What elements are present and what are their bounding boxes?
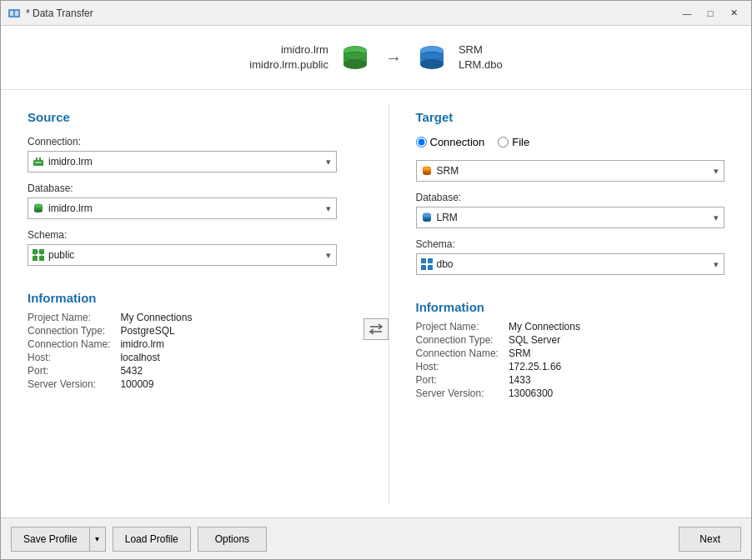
source-schema-label: Schema:	[28, 229, 337, 241]
source-schema-select[interactable]: public	[28, 244, 337, 266]
main-content: Source Connection: imidro.lrm Database:	[1, 90, 751, 518]
target-schema-select[interactable]: dbo	[416, 253, 725, 275]
info-value: 1433	[509, 374, 724, 386]
target-section-title: Target	[416, 110, 725, 124]
info-label: Port:	[28, 365, 110, 377]
info-value: 5432	[120, 365, 336, 377]
arrow-icon: →	[385, 48, 402, 68]
source-connection-label: Connection:	[28, 136, 337, 148]
target-connection-group: SRM	[416, 160, 725, 182]
source-connection-select[interactable]: imidro.lrm	[28, 151, 337, 172]
target-connection-value: SRM	[437, 165, 459, 177]
info-value: 172.25.1.66	[509, 361, 724, 372]
window-title: * Data Transfer	[26, 8, 676, 19]
target-database-group: Database: LRM	[416, 192, 725, 228]
source-info-table: Project Name:My ConnectionsConnection Ty…	[28, 312, 337, 390]
connection-radio-option[interactable]: Connection	[416, 136, 485, 148]
swap-arrows-icon	[368, 322, 384, 336]
info-label: Connection Name:	[28, 338, 110, 350]
source-info-title: Information	[28, 291, 337, 305]
footer-left: Save Profile ▾ Load Profile Options	[11, 527, 267, 552]
target-pane: Target Connection File	[389, 90, 752, 518]
source-pane: Source Connection: imidro.lrm Database:	[1, 90, 363, 518]
main-window: * Data Transfer — □ ✕ imidro.lrm imidro.…	[0, 0, 752, 560]
info-value: 13006300	[509, 388, 724, 399]
svg-rect-38	[421, 258, 426, 263]
svg-point-32	[423, 172, 431, 175]
svg-rect-23	[33, 249, 38, 254]
svg-rect-16	[36, 158, 38, 161]
load-profile-button[interactable]: Load Profile	[113, 527, 191, 552]
target-database-label: Database:	[416, 192, 725, 203]
footer: Save Profile ▾ Load Profile Options Next	[1, 518, 751, 559]
svg-rect-1	[10, 11, 13, 16]
svg-rect-2	[15, 11, 18, 16]
info-label: Port:	[416, 374, 499, 386]
svg-rect-18	[35, 162, 42, 163]
maximize-button[interactable]: □	[699, 5, 721, 22]
info-label: Host:	[416, 361, 499, 372]
info-value: 100009	[120, 378, 336, 390]
svg-point-37	[423, 213, 431, 217]
source-database-select[interactable]: imidro.lrm	[28, 198, 337, 219]
source-database-label: Database:	[28, 182, 337, 194]
target-info-table: Project Name:My ConnectionsConnection Ty…	[416, 321, 725, 399]
save-profile-dropdown-button[interactable]: ▾	[89, 527, 106, 552]
info-label: Connection Name:	[416, 348, 499, 359]
window-controls: — □ ✕	[676, 5, 744, 22]
options-button[interactable]: Options	[198, 527, 267, 552]
info-label: Connection Type:	[28, 325, 110, 337]
info-value: localhost	[120, 352, 336, 363]
target-db-icon	[415, 41, 449, 74]
svg-point-36	[423, 218, 431, 222]
swap-button[interactable]	[363, 318, 389, 340]
svg-point-21	[34, 209, 43, 212]
minimize-button[interactable]: —	[676, 5, 698, 22]
svg-rect-24	[39, 249, 44, 254]
svg-point-33	[423, 167, 431, 170]
target-database-select[interactable]: LRM	[416, 207, 725, 228]
next-button[interactable]: Next	[679, 527, 741, 552]
info-value: My Connections	[509, 321, 724, 332]
green-plug-icon	[32, 155, 45, 168]
svg-rect-25	[33, 256, 38, 261]
target-database-value: LRM	[437, 212, 458, 223]
target-connection-mode-row: Connection File	[416, 136, 725, 148]
target-schema-label: Schema:	[416, 238, 725, 250]
connection-radio[interactable]	[416, 137, 427, 148]
sql-server-icon	[420, 164, 434, 178]
info-value: SQL Server	[509, 334, 724, 346]
info-label: Server Version:	[416, 388, 499, 399]
target-connection-select[interactable]: SRM	[416, 160, 725, 182]
source-database-group: Database: imidro.lrm	[28, 182, 337, 219]
info-value: PostgreSQL	[120, 325, 336, 337]
svg-rect-17	[39, 158, 41, 161]
source-db-small-icon	[32, 202, 45, 215]
source-database-value: imidro.lrm	[48, 202, 93, 214]
source-schema-group: Schema: public	[28, 229, 337, 266]
source-schema-icon	[32, 248, 45, 262]
target-schema-group: Schema: dbo	[416, 238, 725, 275]
source-section-title: Source	[28, 110, 337, 124]
file-radio-option[interactable]: File	[498, 136, 529, 148]
svg-point-14	[420, 52, 444, 59]
source-info-section: Information Project Name:My ConnectionsC…	[28, 291, 337, 390]
save-profile-button[interactable]: Save Profile	[11, 527, 89, 552]
swap-area	[363, 90, 389, 518]
file-radio-label: File	[512, 136, 529, 148]
info-label: Server Version:	[28, 378, 110, 390]
svg-point-11	[420, 59, 444, 69]
svg-rect-26	[39, 256, 44, 261]
file-radio[interactable]	[498, 137, 509, 148]
info-value: My Connections	[120, 312, 336, 323]
svg-point-22	[34, 204, 43, 208]
source-connection-group: Connection: imidro.lrm	[28, 136, 337, 172]
svg-rect-39	[428, 258, 433, 263]
svg-point-8	[343, 52, 367, 59]
connection-header: imidro.lrm imidro.lrm.public → SRM LRM.d…	[1, 26, 751, 90]
connection-radio-label: Connection	[430, 136, 485, 148]
source-header-label: imidro.lrm imidro.lrm.public	[249, 42, 328, 72]
source-schema-value: public	[48, 249, 74, 261]
close-button[interactable]: ✕	[723, 5, 744, 22]
info-label: Project Name:	[28, 312, 110, 323]
